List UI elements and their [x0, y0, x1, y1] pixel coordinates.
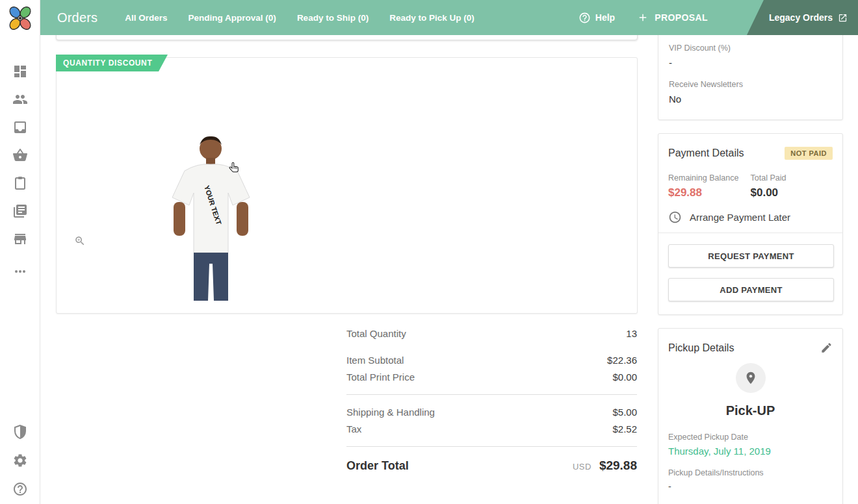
- product-photo: YOUR TEXT: [164, 131, 258, 301]
- plus-icon: [637, 12, 649, 23]
- currency-label: USD: [573, 462, 592, 472]
- not-paid-badge: NOT PAID: [785, 147, 833, 160]
- open-in-new-icon: [838, 13, 848, 23]
- top-bar: Orders All Orders Pending Approval (0) R…: [40, 0, 858, 35]
- order-totals: Total Quantity 13 Item Subtotal $22.36 T…: [346, 328, 637, 473]
- tax-row: Tax $2.52: [346, 423, 637, 435]
- remaining-balance-block: Remaining Balance $29.88: [668, 173, 751, 199]
- totals-divider: [346, 394, 637, 395]
- item-subtotal-row: Item Subtotal $22.36: [346, 355, 637, 366]
- help-icon[interactable]: [12, 481, 28, 497]
- help-button[interactable]: Help: [578, 12, 615, 24]
- arrange-payment-later-label: Arrange Payment Later: [690, 212, 790, 223]
- vip-discount-label: VIP Discount (%): [669, 44, 832, 53]
- total-paid-block: Total Paid $0.00: [751, 173, 833, 199]
- nav-all-orders[interactable]: All Orders: [125, 13, 167, 23]
- order-total-label: Order Total: [346, 459, 409, 473]
- proposal-label: PROPOSAL: [655, 12, 708, 23]
- orders-nav: All Orders Pending Approval (0) Ready to…: [125, 13, 474, 23]
- payment-details-card: Payment Details NOT PAID Remaining Balan…: [658, 133, 843, 315]
- total-quantity-row: Total Quantity 13: [346, 328, 637, 339]
- pickup-date-label: Expected Pickup Date: [668, 433, 833, 442]
- pickup-pin-avatar: [736, 363, 766, 393]
- pickup-instructions-value: -: [668, 481, 833, 492]
- sidebar: [0, 0, 40, 504]
- customers-icon[interactable]: [12, 92, 28, 107]
- quantity-discount-ribbon: QUANTITY DISCOUNT: [56, 55, 168, 71]
- top-bar-right: Help PROPOSAL Legacy Orders: [578, 0, 858, 35]
- total-quantity-label: Total Quantity: [346, 328, 406, 339]
- page-title: Orders: [57, 10, 98, 25]
- legacy-orders-button[interactable]: Legacy Orders: [747, 0, 858, 35]
- request-payment-button[interactable]: REQUEST PAYMENT: [668, 244, 834, 268]
- pickup-date-value[interactable]: Thursday, July 11, 2019: [668, 446, 833, 457]
- order-total-row: Order Total USD $29.88: [346, 459, 637, 473]
- shipping-label: Shipping & Handling: [346, 407, 435, 418]
- app-logo[interactable]: [6, 5, 34, 32]
- pickup-details-card: Pickup Details Pick-UP Expected Pickup D…: [658, 328, 843, 504]
- totals-divider-2: [346, 446, 637, 447]
- admin-shield-icon[interactable]: [12, 424, 28, 440]
- arrange-payment-later-row: Arrange Payment Later: [668, 210, 833, 224]
- total-paid-label: Total Paid: [751, 173, 833, 183]
- item-subtotal-value: $22.36: [607, 355, 637, 366]
- inbox-icon[interactable]: [12, 120, 28, 135]
- newsletters-value: No: [669, 94, 832, 105]
- zoom-in-icon[interactable]: [74, 235, 86, 247]
- legacy-orders-label: Legacy Orders: [769, 12, 833, 23]
- order-total-value: $29.88: [599, 459, 637, 473]
- remaining-balance-value: $29.88: [668, 186, 751, 199]
- shipping-row: Shipping & Handling $5.00: [346, 407, 637, 418]
- nav-ready-to-ship[interactable]: Ready to Ship (0): [297, 13, 369, 23]
- edit-pencil-icon[interactable]: [820, 342, 833, 354]
- vip-discount-value: -: [669, 57, 832, 68]
- new-proposal-button[interactable]: PROPOSAL: [637, 12, 708, 23]
- nav-ready-to-pick-up[interactable]: Ready to Pick Up (0): [389, 13, 474, 23]
- add-payment-button[interactable]: ADD PAYMENT: [668, 278, 834, 301]
- item-subtotal-label: Item Subtotal: [346, 355, 404, 366]
- remaining-balance-label: Remaining Balance: [668, 173, 751, 183]
- total-quantity-value: 13: [626, 328, 637, 339]
- orders-basket-icon[interactable]: [12, 147, 28, 163]
- nav-pending-approval[interactable]: Pending Approval (0): [188, 13, 276, 23]
- help-label: Help: [595, 12, 615, 23]
- more-icon[interactable]: [12, 264, 28, 279]
- clock-icon: [668, 210, 682, 224]
- store-icon[interactable]: [12, 231, 28, 247]
- line-item-group-card: YOUR TEXT: [56, 57, 638, 314]
- pickup-details-title: Pickup Details: [668, 342, 734, 354]
- print-price-row: Total Print Price $0.00: [346, 372, 637, 383]
- print-price-label: Total Print Price: [346, 372, 415, 383]
- help-circle-icon: [578, 12, 591, 24]
- tax-label: Tax: [346, 423, 361, 435]
- shipping-value: $5.00: [612, 407, 637, 418]
- tax-value: $2.52: [612, 423, 637, 435]
- payment-details-title: Payment Details: [668, 147, 744, 159]
- location-pin-icon: [744, 371, 758, 385]
- dashboard-icon[interactable]: [12, 64, 28, 79]
- payment-divider: [658, 233, 842, 233]
- tasks-clipboard-icon[interactable]: [12, 175, 28, 191]
- print-price-value: $0.00: [612, 372, 637, 383]
- pickup-instructions-label: Pickup Details/Instructions: [668, 468, 833, 477]
- settings-gear-icon[interactable]: [12, 453, 28, 468]
- newsletters-label: Receive Newsletters: [669, 80, 832, 89]
- pickup-method: Pick-UP: [668, 403, 833, 418]
- total-paid-value: $0.00: [751, 186, 833, 199]
- catalogs-icon[interactable]: [12, 203, 28, 219]
